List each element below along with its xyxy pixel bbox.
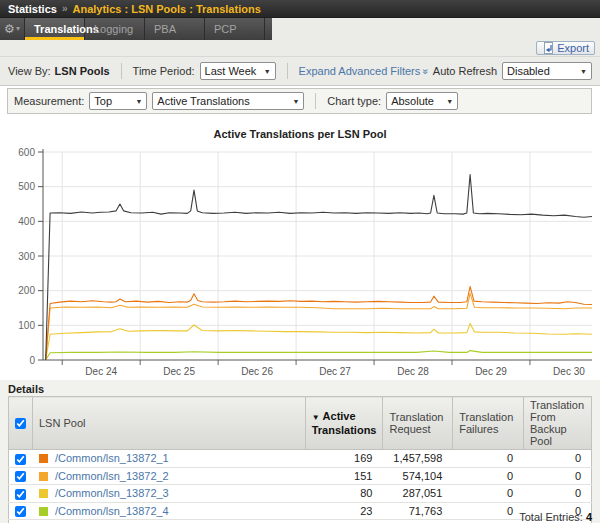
- translation-request-cell: 574,104: [383, 467, 453, 485]
- tab-label: PCP: [214, 23, 237, 35]
- translation-failures-cell: 0: [453, 485, 524, 503]
- y-tick-label: 200: [18, 285, 35, 296]
- translation-request-cell: 1,457,598: [383, 450, 453, 468]
- export-toolbar: Export: [0, 40, 600, 56]
- measurement-metric-select[interactable]: Active Translations ▼: [152, 92, 304, 110]
- measurement-metric-value: Active Translations: [157, 95, 249, 107]
- total-entries: Total Entries: 4: [519, 511, 592, 523]
- time-period-label: Time Period:: [133, 65, 195, 77]
- lsn-pool-cell: /Common/lsn_13872_2: [33, 467, 306, 485]
- tab-pba[interactable]: PBA: [145, 18, 205, 40]
- translation-from-backup-pool-cell: 0: [524, 450, 592, 468]
- details-table: LSN Pool▼Active TranslationsTranslation …: [8, 396, 592, 523]
- total-entries-value: 4: [586, 511, 592, 523]
- breadcrumb-path: Analytics : LSN Pools : Translations: [72, 3, 260, 15]
- y-tick-label: 500: [18, 181, 35, 192]
- time-period-value: Last Week: [205, 65, 257, 77]
- expand-chevrons-icon: »: [421, 69, 432, 75]
- caret-down-icon: ▾: [16, 25, 20, 33]
- sort-desc-icon: ▼: [312, 413, 320, 422]
- select-all-checkbox[interactable]: [15, 418, 26, 429]
- tab-logging[interactable]: Logging: [85, 18, 145, 40]
- measurement-mode-value: Top: [94, 95, 112, 107]
- translation-failures-cell: 0: [453, 450, 524, 468]
- series-color-swatch: [39, 454, 48, 463]
- table-row: /Common/lsn_13872_42371,76300: [9, 502, 592, 520]
- column-header-translation-failures[interactable]: Translation Failures: [453, 397, 524, 450]
- x-tick-label: Dec 27: [319, 366, 351, 377]
- lsn-pool-cell: /Common/lsn_13872_4: [33, 502, 306, 520]
- table-row: /Common/lsn_13872_380287,05100: [9, 485, 592, 503]
- y-tick-label: 0: [29, 355, 35, 366]
- column-header-translation-request[interactable]: Translation Request: [383, 397, 453, 450]
- row-checkbox-cell: [9, 485, 33, 503]
- pool-link[interactable]: /Common/lsn_13872_4: [55, 505, 169, 517]
- row-checkbox-cell: [9, 467, 33, 485]
- pool-link[interactable]: /Common/lsn_13872_2: [55, 470, 169, 482]
- tab-pcp[interactable]: PCP: [205, 18, 265, 40]
- view-by-label: View By:: [8, 65, 51, 77]
- select-arrow-icon: ▼: [292, 98, 299, 105]
- x-tick-label: Dec 28: [397, 366, 429, 377]
- translation-request-cell: 71,763: [383, 502, 453, 520]
- select-all-header-cell: [9, 397, 33, 450]
- x-tick-label: Dec 29: [475, 366, 507, 377]
- tab-bar: ⚙ ▾ Translations Logging PBA PCP: [0, 18, 600, 40]
- translation-from-backup-pool-cell: 0: [524, 485, 592, 503]
- breadcrumb-separator: »: [62, 3, 68, 14]
- tab-label: PBA: [154, 23, 176, 35]
- series-line--Common-lsn_13872_2: [46, 293, 592, 360]
- column-header-translation-from-backup-pool[interactable]: Translation From Backup Pool: [524, 397, 592, 450]
- export-label: Export: [557, 42, 589, 54]
- export-button[interactable]: Export: [536, 41, 595, 55]
- chart-title: Active Translations per LSN Pool: [0, 128, 600, 140]
- x-tick-label: Dec 30: [553, 366, 585, 377]
- y-tick-label: 100: [18, 320, 35, 331]
- series-color-swatch: [39, 472, 48, 481]
- tab-strip: ⚙ ▾ Translations Logging PBA PCP: [0, 18, 272, 40]
- auto-refresh-value: Disabled: [507, 65, 550, 77]
- column-header-active-translations[interactable]: ▼Active Translations: [305, 397, 383, 450]
- select-arrow-icon: ▼: [135, 98, 142, 105]
- series-line--Common-lsn_13872_4: [46, 351, 592, 360]
- translations-chart: 0100200300400500600Dec 24Dec 25Dec 26Dec…: [0, 145, 600, 380]
- row-checkbox[interactable]: [15, 489, 26, 500]
- table-header-row: LSN Pool▼Active TranslationsTranslation …: [9, 397, 592, 450]
- settings-menu-button[interactable]: ⚙ ▾: [0, 18, 25, 40]
- y-tick-label: 300: [18, 251, 35, 262]
- translation-from-backup-pool-cell: 0: [524, 467, 592, 485]
- select-arrow-icon: ▼: [264, 68, 271, 75]
- gear-icon: ⚙: [4, 23, 15, 35]
- row-checkbox-cell: [9, 502, 33, 520]
- divider: [315, 93, 316, 109]
- pool-link[interactable]: /Common/lsn_13872_1: [55, 452, 169, 464]
- row-checkbox[interactable]: [15, 506, 26, 517]
- lsn-pool-cell: /Common/lsn_13872_1: [33, 450, 306, 468]
- expand-advanced-filters-link[interactable]: Expand Advanced Filters»: [299, 65, 429, 77]
- tab-translations[interactable]: Translations: [25, 18, 85, 40]
- divider: [121, 63, 122, 79]
- total-entries-label: Total Entries:: [519, 511, 583, 523]
- time-period-select[interactable]: Last Week ▼: [200, 62, 276, 80]
- series-line--Common-lsn_13872_1: [46, 287, 592, 361]
- pool-link[interactable]: /Common/lsn_13872_3: [55, 487, 169, 499]
- measurement-mode-select[interactable]: Top ▼: [89, 92, 147, 110]
- breadcrumb-section: Statistics: [8, 3, 57, 15]
- view-by-value: LSN Pools: [55, 65, 110, 77]
- active-translations-cell: 151: [305, 467, 383, 485]
- breadcrumb: Statistics » Analytics : LSN Pools : Tra…: [0, 0, 600, 18]
- row-checkbox[interactable]: [15, 471, 26, 482]
- table-row: /Common/lsn_13872_11691,457,59800: [9, 450, 592, 468]
- table-row: /Common/lsn_13872_2151574,10400: [9, 467, 592, 485]
- active-translations-cell: 80: [305, 485, 383, 503]
- measurement-bar: Measurement: Top ▼ Active Translations ▼…: [7, 88, 592, 114]
- series-color-swatch: [39, 507, 48, 516]
- auto-refresh-select[interactable]: Disabled ▼: [502, 62, 592, 80]
- column-header-lsn-pool[interactable]: LSN Pool: [33, 397, 306, 450]
- analytics-page: Statistics » Analytics : LSN Pools : Tra…: [0, 0, 600, 523]
- filter-bar: View By: LSN Pools Time Period: Last Wee…: [0, 56, 600, 86]
- chart-type-select[interactable]: Absolute ▼: [386, 92, 458, 110]
- auto-refresh-label: Auto Refresh: [433, 65, 497, 77]
- x-tick-label: Dec 25: [163, 366, 195, 377]
- row-checkbox[interactable]: [15, 454, 26, 465]
